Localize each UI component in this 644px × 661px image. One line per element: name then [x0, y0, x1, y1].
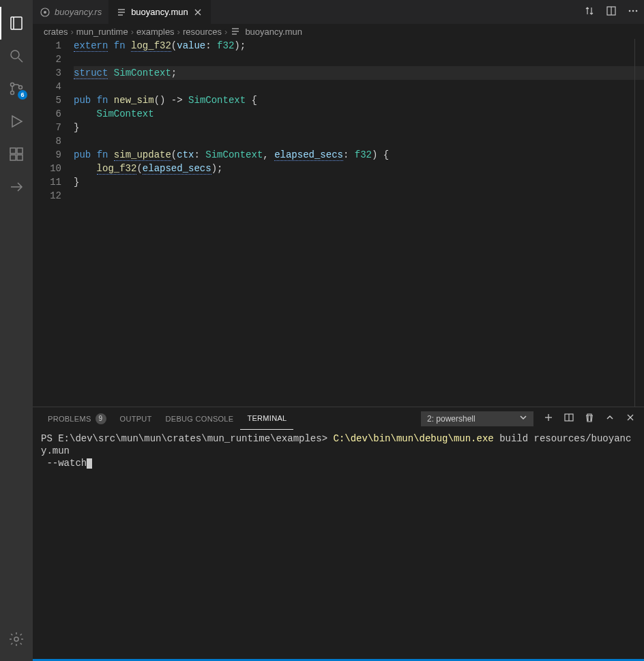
settings-gear-icon[interactable]	[0, 623, 33, 656]
svg-point-21	[629, 10, 631, 12]
kill-terminal-icon[interactable]	[584, 412, 595, 425]
tab-output[interactable]: OUTPUT	[113, 407, 159, 430]
breadcrumb-item[interactable]: buoyancy.mun	[245, 27, 302, 37]
svg-line-2	[18, 58, 23, 62]
svg-point-4	[11, 91, 14, 95]
breadcrumb[interactable]: crates › mun_runtime › examples › resour…	[33, 24, 644, 39]
terminal-command-exe: C:\dev\bin\mun\debug\mun.exe	[333, 433, 493, 444]
breadcrumb-item[interactable]: crates	[44, 27, 68, 37]
terminal-command-cont: --watch	[41, 458, 87, 469]
more-actions-icon[interactable]	[628, 5, 639, 18]
scm-badge: 6	[18, 90, 27, 100]
tab-buoyancy-mun[interactable]: buoyancy.mun	[109, 0, 211, 24]
live-share-icon[interactable]	[0, 171, 33, 203]
breadcrumb-item[interactable]: mun_runtime	[76, 27, 128, 37]
source-control-icon[interactable]: 6	[0, 72, 33, 105]
close-panel-icon[interactable]	[625, 412, 636, 425]
code-editor[interactable]: 123456789101112 extern fn log_f32(value:…	[33, 39, 644, 407]
chevron-right-icon: ›	[177, 27, 180, 37]
terminal-select[interactable]: 2: powershell	[421, 411, 533, 426]
svg-marker-6	[12, 116, 22, 127]
svg-point-3	[11, 83, 14, 87]
minimap[interactable]	[634, 39, 644, 407]
svg-rect-9	[17, 155, 23, 160]
breadcrumb-item[interactable]: resources	[183, 27, 222, 37]
tab-buoyancy-rs[interactable]: buoyancy.rs	[33, 0, 109, 24]
editor-actions	[584, 0, 644, 24]
svg-rect-8	[10, 155, 16, 160]
line-number-gutter: 123456789101112	[33, 39, 74, 407]
split-editor-icon[interactable]	[606, 5, 617, 18]
problems-count-badge: 9	[96, 413, 106, 424]
chevron-right-icon: ›	[70, 27, 73, 37]
chevron-right-icon: ›	[131, 27, 134, 37]
svg-point-13	[44, 11, 46, 14]
split-terminal-icon[interactable]	[564, 412, 574, 425]
tab-debug-console[interactable]: DEBUG CONSOLE	[159, 407, 241, 430]
chevron-down-icon	[518, 412, 529, 425]
svg-rect-10	[17, 148, 23, 153]
editor-tabs: buoyancy.rs buoyancy.mun	[33, 0, 644, 24]
tab-problems[interactable]: PROBLEMS 9	[41, 407, 113, 430]
terminal-content[interactable]: PS E:\dev\src\mun\mun\crates\mun_runtime…	[33, 430, 644, 659]
breadcrumb-item[interactable]: examples	[136, 27, 175, 37]
rust-file-icon	[40, 7, 50, 18]
code-content[interactable]: extern fn log_f32(value: f32);struct Sim…	[74, 39, 644, 407]
main-area: buoyancy.rs buoyancy.mun crates › mun_ru…	[33, 0, 644, 661]
file-icon	[230, 26, 241, 37]
explorer-icon[interactable]	[0, 7, 33, 40]
tab-label: buoyancy.mun	[131, 7, 188, 17]
new-terminal-icon[interactable]	[543, 412, 554, 425]
close-icon[interactable]	[192, 7, 203, 18]
chevron-right-icon: ›	[224, 27, 227, 37]
extensions-icon[interactable]	[0, 138, 33, 171]
tab-label: buoyancy.rs	[55, 7, 102, 17]
search-icon[interactable]	[0, 40, 33, 72]
svg-point-23	[636, 10, 638, 12]
run-debug-icon[interactable]	[0, 105, 33, 138]
compare-changes-icon[interactable]	[584, 5, 595, 18]
terminal-prompt: PS E:\dev\src\mun\mun\crates\mun_runtime…	[41, 433, 333, 444]
svg-rect-0	[14, 17, 22, 29]
svg-point-22	[632, 10, 634, 12]
terminal-cursor	[87, 458, 92, 469]
maximize-panel-icon[interactable]	[604, 412, 615, 425]
svg-point-1	[11, 50, 19, 59]
panel-tabs: PROBLEMS 9 OUTPUT DEBUG CONSOLE TERMINAL…	[33, 407, 644, 430]
svg-point-11	[14, 637, 18, 641]
bottom-panel: PROBLEMS 9 OUTPUT DEBUG CONSOLE TERMINAL…	[33, 407, 644, 659]
mun-file-icon	[116, 7, 127, 18]
activity-bar: 6	[0, 0, 33, 661]
svg-rect-7	[10, 148, 16, 153]
tab-terminal[interactable]: TERMINAL	[240, 407, 293, 430]
